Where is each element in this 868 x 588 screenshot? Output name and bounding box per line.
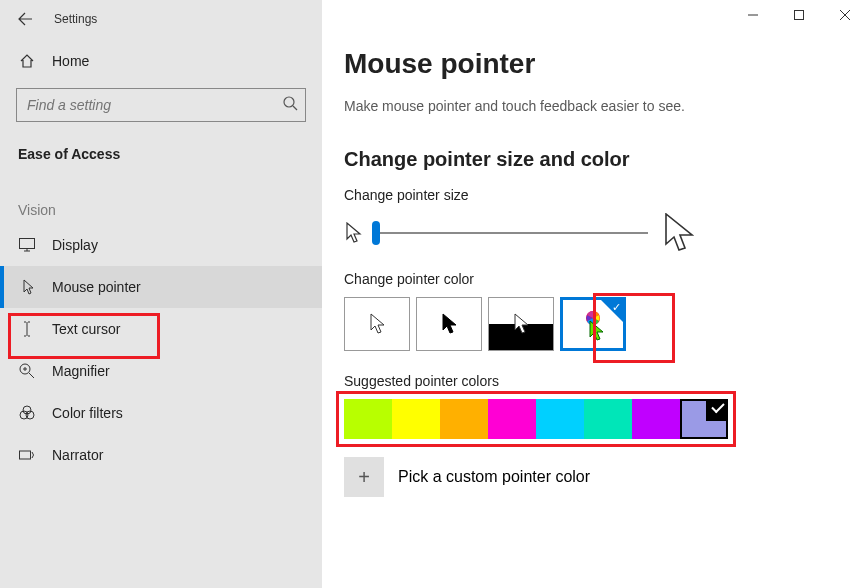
swatch-teal[interactable] xyxy=(584,399,632,439)
page-title: Mouse pointer xyxy=(344,0,868,98)
sidebar-item-mouse-pointer[interactable]: Mouse pointer xyxy=(0,266,322,308)
svg-rect-16 xyxy=(20,451,31,459)
search-input[interactable] xyxy=(16,88,306,122)
magnifier-icon xyxy=(18,362,36,380)
swatch-cyan[interactable] xyxy=(536,399,584,439)
svg-line-5 xyxy=(293,106,297,110)
suggested-colors-wrap xyxy=(344,399,868,439)
sidebar-item-display[interactable]: Display xyxy=(0,224,322,266)
swatch-purple[interactable] xyxy=(632,399,680,439)
text-cursor-icon xyxy=(18,320,36,338)
swatch-lavender-selected[interactable] xyxy=(680,399,728,439)
cursor-small-icon xyxy=(344,222,362,244)
category-heading: Ease of Access xyxy=(0,132,322,170)
pointer-color-white[interactable] xyxy=(344,297,410,351)
search-wrap xyxy=(16,88,306,122)
pointer-size-label: Change pointer size xyxy=(344,187,868,203)
pointer-color-black[interactable] xyxy=(416,297,482,351)
sidebar-item-color-filters[interactable]: Color filters xyxy=(0,392,322,434)
sidebar-item-label: Text cursor xyxy=(52,321,120,337)
pointer-color-inverted[interactable] xyxy=(488,297,554,351)
suggested-color-swatches xyxy=(344,399,868,439)
page-description: Make mouse pointer and touch feedback ea… xyxy=(344,98,868,114)
cursor-large-icon xyxy=(662,213,694,253)
pointer-color-custom[interactable]: ✓ xyxy=(560,297,626,351)
titlebar: Settings xyxy=(0,0,322,36)
app-title: Settings xyxy=(54,12,97,26)
narrator-icon xyxy=(18,446,36,464)
group-heading: Vision xyxy=(0,170,322,224)
nav-home[interactable]: Home xyxy=(0,36,322,82)
sidebar-item-label: Color filters xyxy=(52,405,123,421)
sidebar: Settings Home Ease of Access Vision Disp… xyxy=(0,0,322,588)
home-icon xyxy=(18,52,36,70)
section-heading: Change pointer size and color xyxy=(344,148,868,171)
swatch-yellow[interactable] xyxy=(392,399,440,439)
swatch-magenta[interactable] xyxy=(488,399,536,439)
main-content: Mouse pointer Make mouse pointer and tou… xyxy=(344,0,868,588)
pointer-size-row xyxy=(344,213,868,253)
svg-point-4 xyxy=(284,97,294,107)
pointer-color-options: ✓ xyxy=(344,297,868,351)
sidebar-item-label: Mouse pointer xyxy=(52,279,141,295)
back-arrow-icon[interactable] xyxy=(16,10,34,28)
svg-line-10 xyxy=(29,373,34,378)
sidebar-item-label: Display xyxy=(52,237,98,253)
slider-track xyxy=(376,232,648,234)
pointer-icon xyxy=(18,278,36,296)
sidebar-item-label: Magnifier xyxy=(52,363,110,379)
pointer-size-slider[interactable] xyxy=(376,223,648,243)
slider-thumb[interactable] xyxy=(372,221,380,245)
sidebar-item-text-cursor[interactable]: Text cursor xyxy=(0,308,322,350)
svg-rect-6 xyxy=(20,239,35,249)
swatch-lime[interactable] xyxy=(344,399,392,439)
custom-color-label: Pick a custom pointer color xyxy=(398,468,590,486)
color-filters-icon xyxy=(18,404,36,422)
display-icon xyxy=(18,236,36,254)
nav-home-label: Home xyxy=(52,53,89,69)
search-icon xyxy=(282,95,298,115)
sidebar-item-magnifier[interactable]: Magnifier xyxy=(0,350,322,392)
pointer-color-label: Change pointer color xyxy=(344,271,868,287)
suggested-colors-label: Suggested pointer colors xyxy=(344,373,868,389)
sidebar-item-label: Narrator xyxy=(52,447,103,463)
check-icon: ✓ xyxy=(612,301,621,314)
swatch-orange[interactable] xyxy=(440,399,488,439)
add-custom-color-button[interactable]: + xyxy=(344,457,384,497)
sidebar-item-narrator[interactable]: Narrator xyxy=(0,434,322,476)
custom-color-row: + Pick a custom pointer color xyxy=(344,457,868,497)
plus-icon: + xyxy=(358,466,370,489)
